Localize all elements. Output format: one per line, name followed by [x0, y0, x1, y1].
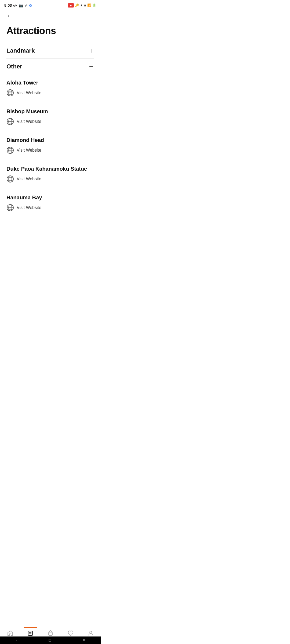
- attraction-name-hanauma: Hanauma Bay: [6, 195, 94, 201]
- attraction-name-duke: Duke Paoa Kahanamoku Statue: [6, 166, 94, 172]
- rec-icon: ▶: [68, 3, 74, 8]
- landmark-section: Landmark +: [0, 43, 101, 58]
- status-icons-right: ▶ 🔑 ✦ ⊕ 📶 🔋: [68, 3, 96, 8]
- page-title: Attractions: [0, 21, 101, 43]
- content-area: Landmark + Other − Aloha Tower Visit Web…: [0, 43, 101, 245]
- bluetooth-icon: ✦: [80, 3, 83, 7]
- attraction-aloha-tower: Aloha Tower Visit Website: [0, 74, 101, 103]
- visit-website-bishop[interactable]: Visit Website: [17, 119, 41, 124]
- attraction-link-duke[interactable]: Visit Website: [6, 175, 94, 187]
- attraction-link-diamond[interactable]: Visit Website: [6, 147, 94, 158]
- other-header: Other −: [6, 59, 94, 74]
- attraction-duke-statue: Duke Paoa Kahanamoku Statue Visit Websit…: [0, 160, 101, 189]
- other-toggle[interactable]: −: [88, 63, 94, 70]
- attraction-hanauma-bay: Hanauma Bay Visit Website: [0, 189, 101, 218]
- battery-icon: 🔋: [92, 3, 96, 7]
- wifi-icon: 📶: [87, 3, 91, 7]
- globe-icon-diamond: [6, 147, 14, 154]
- key-icon: 🔑: [75, 3, 79, 7]
- visit-website-duke[interactable]: Visit Website: [17, 177, 41, 181]
- video-icon: 📷: [19, 3, 23, 8]
- signal-icon: ⊕: [84, 4, 86, 7]
- landmark-label: Landmark: [6, 47, 35, 54]
- globe-icon-hanauma: [6, 204, 14, 211]
- sim-icon: ⇄: [25, 3, 27, 7]
- status-bar: 8:03 AM 📷 ⇄ G ▶ 🔑 ✦ ⊕ 📶 🔋: [0, 0, 101, 10]
- globe-icon-aloha: [6, 89, 14, 97]
- visit-website-diamond[interactable]: Visit Website: [17, 148, 41, 153]
- landmark-toggle[interactable]: +: [88, 47, 94, 54]
- google-icon: G: [29, 3, 32, 8]
- back-button[interactable]: ←: [6, 13, 12, 19]
- attraction-link-aloha-tower[interactable]: Visit Website: [6, 89, 94, 101]
- attraction-bishop-museum: Bishop Museum Visit Website: [0, 103, 101, 132]
- attraction-name-diamond: Diamond Head: [6, 137, 94, 143]
- status-time-group: 8:03 AM 📷 ⇄ G: [4, 3, 32, 8]
- status-time: 8:03 AM: [4, 3, 17, 8]
- landmark-header: Landmark +: [6, 43, 94, 58]
- attraction-name-bishop: Bishop Museum: [6, 108, 94, 115]
- attraction-link-bishop[interactable]: Visit Website: [6, 118, 94, 130]
- attraction-name-aloha-tower: Aloha Tower: [6, 80, 94, 86]
- other-label: Other: [6, 63, 22, 70]
- globe-icon-bishop: [6, 118, 14, 125]
- visit-website-hanauma[interactable]: Visit Website: [17, 205, 41, 210]
- other-section: Other −: [0, 59, 101, 74]
- nav-header: ←: [0, 10, 101, 21]
- attraction-link-hanauma[interactable]: Visit Website: [6, 204, 94, 216]
- attraction-diamond-head: Diamond Head Visit Website: [0, 132, 101, 160]
- globe-icon-duke: [6, 175, 14, 183]
- visit-website-aloha[interactable]: Visit Website: [17, 90, 41, 95]
